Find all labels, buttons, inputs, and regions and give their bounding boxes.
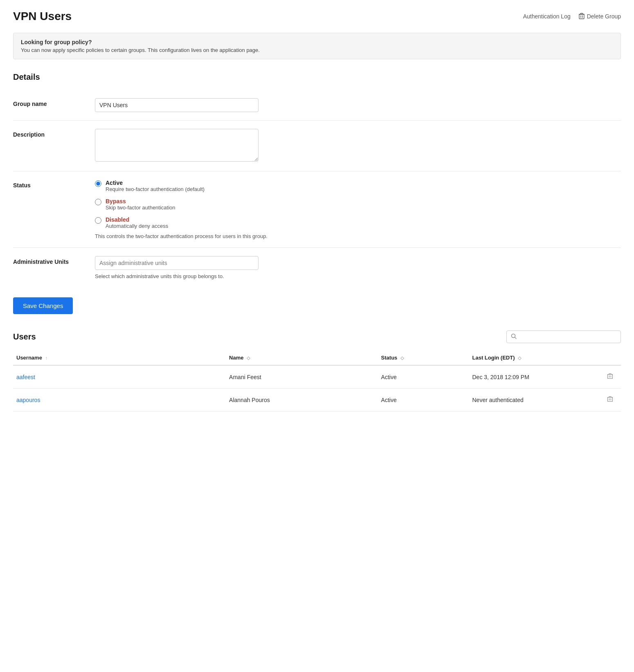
cell-name: Alannah Pouros bbox=[226, 389, 378, 411]
admin-units-note: Select which administrative units this g… bbox=[95, 273, 621, 279]
admin-units-input[interactable] bbox=[95, 256, 259, 270]
cell-status: Active bbox=[378, 389, 469, 411]
description-input[interactable] bbox=[95, 129, 259, 162]
status-disabled-label[interactable]: Disabled Automatically deny access bbox=[106, 216, 168, 229]
description-label: Description bbox=[13, 129, 95, 138]
admin-units-label: Administrative Units bbox=[13, 256, 95, 265]
trash-icon bbox=[579, 13, 585, 20]
group-name-input[interactable] bbox=[95, 98, 259, 112]
cell-name: Amani Feest bbox=[226, 365, 378, 389]
info-banner: Looking for group policy? You can now ap… bbox=[13, 33, 621, 59]
status-note: This controls the two-factor authenticat… bbox=[95, 233, 621, 239]
status-option-disabled: Disabled Automatically deny access bbox=[95, 216, 621, 229]
users-section-header: Users bbox=[13, 330, 621, 343]
col-header-action bbox=[603, 350, 621, 365]
status-active-main: Active bbox=[106, 180, 205, 186]
cell-username: aapouros bbox=[13, 389, 226, 411]
cell-action bbox=[603, 389, 621, 411]
table-header-row: Username ↑ Name ◇ Status ◇ Last Login (E… bbox=[13, 350, 621, 365]
details-section: Details Group name Description Status Ac… bbox=[13, 72, 621, 288]
status-disabled-main: Disabled bbox=[106, 216, 168, 223]
status-row: Status Active Require two-factor authent… bbox=[13, 171, 621, 248]
header-actions: Authentication Log Delete Group bbox=[523, 13, 621, 20]
svg-rect-0 bbox=[579, 14, 584, 19]
status-options: Active Require two-factor authentication… bbox=[95, 180, 621, 229]
admin-units-row: Administrative Units Select which admini… bbox=[13, 248, 621, 288]
status-sort-icon: ◇ bbox=[400, 355, 404, 361]
name-sort-icon: ◇ bbox=[247, 355, 250, 361]
save-btn-row: Save Changes bbox=[13, 288, 621, 327]
description-control bbox=[95, 129, 621, 163]
cell-username: aafeest bbox=[13, 365, 226, 389]
status-bypass-label[interactable]: Bypass Skip two-factor authentication bbox=[106, 198, 175, 211]
users-search-input[interactable] bbox=[519, 334, 616, 340]
users-section: Users Username ↑ Name ◇ bbox=[13, 330, 621, 411]
status-bypass-main: Bypass bbox=[106, 198, 175, 205]
status-control: Active Require two-factor authentication… bbox=[95, 180, 621, 239]
status-active-sub: Require two-factor authentication (defau… bbox=[106, 186, 205, 192]
delete-group-button[interactable]: Delete Group bbox=[579, 13, 621, 20]
svg-rect-3 bbox=[608, 398, 613, 402]
auth-log-link[interactable]: Authentication Log bbox=[523, 13, 571, 20]
save-changes-button[interactable]: Save Changes bbox=[13, 297, 73, 314]
status-label: Status bbox=[13, 180, 95, 189]
col-header-name[interactable]: Name ◇ bbox=[226, 350, 378, 365]
status-active-radio[interactable] bbox=[95, 180, 101, 187]
status-option-bypass: Bypass Skip two-factor authentication bbox=[95, 198, 621, 211]
status-bypass-sub: Skip two-factor authentication bbox=[106, 205, 175, 211]
status-option-active: Active Require two-factor authentication… bbox=[95, 180, 621, 192]
cell-lastlogin: Dec 3, 2018 12:09 PM bbox=[469, 365, 603, 389]
search-icon bbox=[511, 333, 517, 340]
users-table: Username ↑ Name ◇ Status ◇ Last Login (E… bbox=[13, 350, 621, 411]
status-disabled-sub: Automatically deny access bbox=[106, 223, 168, 229]
delete-user-button[interactable] bbox=[606, 371, 614, 382]
table-row: aapouros Alannah Pouros Active Never aut… bbox=[13, 389, 621, 411]
col-header-lastlogin[interactable]: Last Login (EDT) ◇ bbox=[469, 350, 603, 365]
description-row: Description bbox=[13, 121, 621, 171]
username-link[interactable]: aapouros bbox=[16, 397, 40, 403]
svg-rect-2 bbox=[608, 375, 613, 379]
cell-lastlogin: Never authenticated bbox=[469, 389, 603, 411]
cell-status: Active bbox=[378, 365, 469, 389]
col-header-status[interactable]: Status ◇ bbox=[378, 350, 469, 365]
group-name-control bbox=[95, 98, 621, 112]
status-active-label[interactable]: Active Require two-factor authentication… bbox=[106, 180, 205, 192]
username-sort-icon: ↑ bbox=[45, 355, 47, 360]
admin-units-control: Select which administrative units this g… bbox=[95, 256, 621, 279]
status-disabled-radio[interactable] bbox=[95, 217, 101, 224]
table-row: aafeest Amani Feest Active Dec 3, 2018 1… bbox=[13, 365, 621, 389]
lastlogin-sort-icon: ◇ bbox=[518, 355, 521, 361]
page-title: VPN Users bbox=[13, 10, 72, 23]
search-box bbox=[506, 330, 621, 343]
page-header: VPN Users Authentication Log Delete Grou… bbox=[13, 10, 621, 23]
status-bypass-radio[interactable] bbox=[95, 199, 101, 205]
banner-text: You can now apply specific policies to c… bbox=[21, 47, 613, 53]
username-link[interactable]: aafeest bbox=[16, 374, 35, 380]
col-header-username[interactable]: Username ↑ bbox=[13, 350, 226, 365]
delete-user-button[interactable] bbox=[606, 394, 614, 405]
delete-group-label: Delete Group bbox=[587, 13, 621, 20]
group-name-row: Group name bbox=[13, 90, 621, 121]
cell-action bbox=[603, 365, 621, 389]
banner-title: Looking for group policy? bbox=[21, 39, 613, 45]
users-section-title: Users bbox=[13, 332, 36, 342]
details-section-title: Details bbox=[13, 72, 621, 82]
group-name-label: Group name bbox=[13, 98, 95, 107]
